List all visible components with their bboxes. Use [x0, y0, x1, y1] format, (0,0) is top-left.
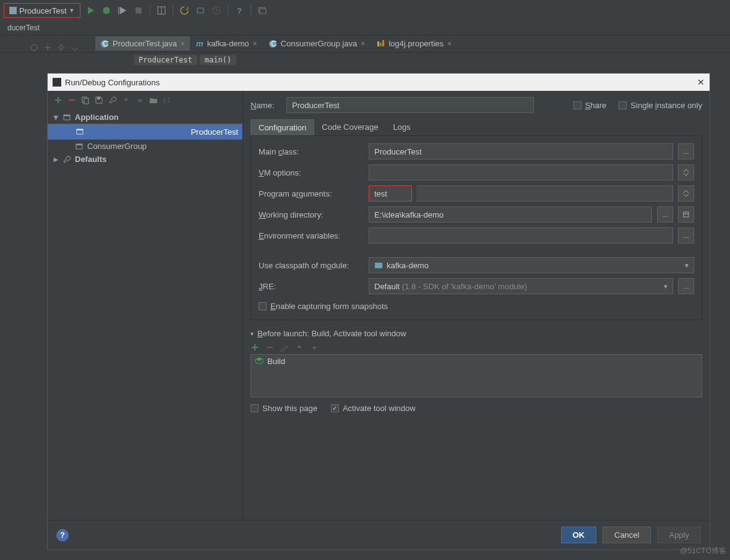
svg-rect-27 — [684, 212, 689, 217]
expand-args-button[interactable] — [678, 185, 694, 202]
tab-logs[interactable]: Logs — [385, 119, 418, 135]
breadcrumb-class[interactable]: ProducerTest — [134, 55, 197, 65]
expand-icon: ▸ — [53, 155, 59, 164]
collapse-icon[interactable] — [30, 43, 38, 52]
before-launch-list[interactable]: Build — [251, 354, 702, 397]
close-icon[interactable]: × — [447, 40, 452, 48]
program-arguments-input[interactable] — [369, 185, 412, 202]
update-icon[interactable] — [179, 6, 189, 15]
wd-list-button[interactable] — [678, 206, 694, 223]
run-debug-dialog: Run/Debug Configurations ✕ ▾ Appl — [47, 73, 710, 550]
breadcrumb-method[interactable]: main() — [200, 55, 236, 65]
tab-configuration[interactable]: Configuration — [251, 119, 314, 135]
editor-tab-consumergroup[interactable]: C ConsumerGroup.java × — [264, 36, 371, 51]
tab-code-coverage[interactable]: Code Coverage — [314, 119, 385, 135]
java-class-icon: C — [100, 40, 109, 48]
activate-tool-checkbox[interactable]: Activate tool window — [331, 404, 416, 413]
run-icon[interactable] — [85, 6, 95, 15]
share-checkbox[interactable]: Share — [573, 101, 607, 110]
tree-label: ProducerTest — [191, 127, 238, 137]
close-icon[interactable]: × — [361, 40, 365, 48]
edit-icon[interactable] — [280, 343, 289, 352]
vm-options-input[interactable] — [369, 164, 673, 180]
editor-tab-log4j[interactable]: log4j.properties × — [371, 36, 457, 51]
svg-rect-16 — [380, 43, 382, 46]
gear-icon[interactable] — [57, 43, 66, 52]
close-icon[interactable]: × — [253, 40, 257, 48]
copy-icon[interactable] — [81, 96, 90, 104]
move-up-icon[interactable] — [295, 343, 304, 352]
tree-toolbar — [48, 91, 243, 109]
history-icon[interactable] — [212, 6, 221, 15]
working-directory-input[interactable] — [369, 206, 652, 223]
working-directory-label: Working directory: — [259, 210, 364, 219]
help-icon[interactable]: ? — [56, 529, 69, 541]
run-config-dropdown[interactable]: ProducerTest ▼ — [4, 3, 80, 18]
move-down-icon[interactable] — [310, 343, 319, 352]
sort-icon[interactable] — [163, 96, 171, 104]
add-icon[interactable] — [54, 96, 62, 104]
main-class-input[interactable] — [369, 143, 673, 159]
remove-icon[interactable] — [265, 343, 274, 352]
program-arguments-input-ext[interactable] — [416, 185, 673, 202]
settings-icon[interactable] — [43, 43, 52, 52]
browse-main-class-button[interactable]: ... — [678, 143, 694, 159]
breadcrumbs: ProducerTest main() — [0, 53, 730, 67]
help-icon[interactable]: ? — [234, 6, 244, 15]
add-icon[interactable] — [251, 343, 259, 352]
close-icon[interactable]: × — [181, 40, 185, 48]
ok-button[interactable]: OK — [561, 527, 597, 543]
commit-icon[interactable] — [195, 6, 205, 15]
move-down-icon[interactable] — [135, 96, 144, 104]
editor-tab-producertest[interactable]: C ProducerTest.java × — [95, 36, 190, 51]
svg-text:C: C — [271, 40, 277, 48]
show-page-checkbox[interactable]: Show this page — [251, 404, 317, 413]
show-page-label: Show this page — [262, 404, 317, 413]
hide-icon[interactable] — [71, 43, 79, 52]
before-launch-header[interactable]: ▾ Before launch: Build, Activate tool wi… — [251, 326, 702, 341]
jre-hint: (1.8 - SDK of 'kafka-demo' module) — [402, 282, 527, 291]
folder-icon[interactable] — [149, 96, 158, 104]
svg-rect-20 — [97, 97, 100, 100]
module-select[interactable]: kafka-demo ▼ — [369, 257, 694, 273]
close-icon[interactable]: ✕ — [697, 77, 705, 87]
dialog-icon — [53, 78, 61, 87]
search-everywhere-icon[interactable] — [257, 6, 267, 15]
jre-select[interactable]: Default (1.8 - SDK of 'kafka-demo' modul… — [369, 278, 673, 294]
layout-icon[interactable] — [157, 6, 166, 15]
tab-label: kafka-demo — [207, 39, 249, 48]
program-arguments-label: Program arguments: — [259, 189, 364, 198]
single-instance-checkbox[interactable]: Single instance only — [619, 101, 702, 110]
debug-icon[interactable] — [101, 6, 111, 15]
snapshots-checkbox[interactable]: Enable capturing form snapshots — [251, 297, 702, 311]
env-variables-input[interactable] — [369, 227, 673, 244]
editor-tab-kafka-demo[interactable]: m kafka-demo × — [191, 36, 262, 51]
java-class-icon: C — [268, 40, 277, 48]
apply-button[interactable]: Apply — [657, 527, 701, 543]
tree-item-consumergroup[interactable]: ConsumerGroup — [48, 140, 243, 153]
separator — [173, 5, 173, 16]
run-coverage-icon[interactable] — [118, 6, 127, 15]
save-icon[interactable] — [95, 96, 103, 104]
run-config-label: ProducerTest — [19, 6, 67, 15]
cancel-button[interactable]: Cancel — [603, 527, 651, 543]
svg-point-10 — [59, 46, 63, 49]
tree-item-producertest[interactable]: ProducerTest — [48, 124, 243, 140]
module-label: Use classpath of module: — [259, 261, 364, 270]
move-up-icon[interactable] — [122, 96, 131, 104]
expand-vm-button[interactable] — [678, 164, 694, 180]
tree-node-defaults[interactable]: ▸ Defaults — [48, 153, 243, 166]
tree-node-application[interactable]: ▾ Application — [48, 111, 243, 124]
browse-jre-button[interactable]: ... — [678, 278, 694, 294]
remove-icon[interactable] — [67, 96, 76, 104]
name-input[interactable] — [286, 97, 534, 113]
stop-icon[interactable] — [134, 6, 144, 15]
name-label: Name: — [251, 101, 280, 110]
tab-label: ProducerTest.java — [113, 39, 177, 48]
wrench-icon[interactable] — [108, 96, 117, 104]
browse-wd-button[interactable]: ... — [657, 206, 673, 223]
svg-point-9 — [31, 45, 37, 51]
application-icon — [9, 7, 17, 14]
browse-env-button[interactable]: ... — [678, 227, 694, 244]
navigation-crumb: ducerTest — [0, 21, 730, 35]
